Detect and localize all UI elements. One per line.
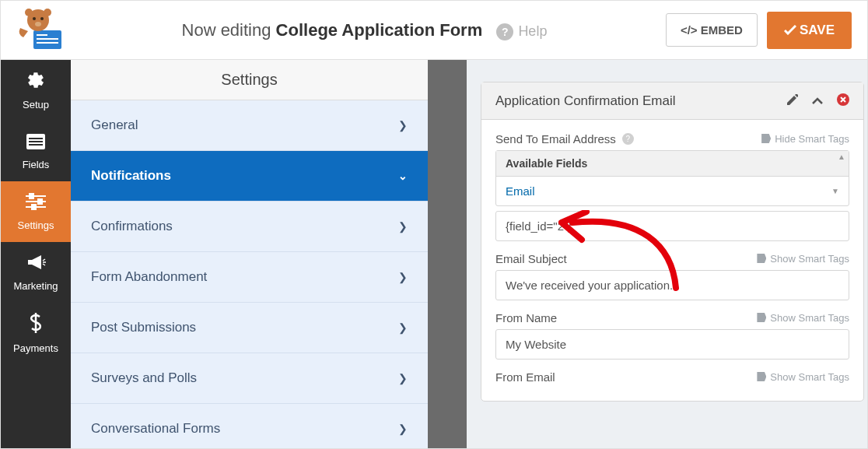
nav-label: Settings	[18, 219, 54, 231]
sendto-input[interactable]	[495, 211, 849, 241]
nav-label: Payments	[13, 342, 58, 354]
nav-fields[interactable]: Fields	[1, 121, 71, 181]
svg-rect-1	[37, 34, 47, 36]
megaphone-icon	[26, 254, 46, 275]
delete-icon[interactable]	[837, 93, 849, 108]
nav-marketing[interactable]: Marketing	[1, 242, 71, 303]
chevron-right-icon: ❯	[398, 271, 408, 283]
fromemail-label: From Email	[495, 370, 555, 384]
subpanel-confirmations[interactable]: Confirmations❯	[71, 202, 428, 252]
help-icon[interactable]: ?	[622, 133, 634, 145]
fromemail-field: From Email Show Smart Tags	[495, 370, 849, 384]
editing-prefix: Now editing	[182, 20, 276, 40]
subpanel-formabandon[interactable]: Form Abandonment❯	[71, 252, 428, 303]
subpanel-postsub[interactable]: Post Submissions❯	[71, 303, 428, 353]
subpanel-list: General❯ Notifications⌄ Confirmations❯ F…	[71, 100, 428, 449]
nav-label: Setup	[23, 99, 49, 110]
svg-rect-3	[37, 42, 58, 44]
available-fields-header: Available Fields ▲	[496, 151, 849, 177]
form-name: College Application Form	[276, 20, 483, 40]
hide-smart-tags[interactable]: Hide Smart Tags	[761, 133, 849, 145]
available-fields-dropdown: Available Fields ▲ Email ▼	[495, 150, 849, 206]
svg-point-9	[44, 9, 51, 16]
svg-point-8	[25, 9, 33, 16]
svg-rect-11	[29, 138, 43, 139]
subject-input[interactable]	[495, 270, 849, 300]
chevron-right-icon: ❯	[398, 119, 408, 132]
svg-rect-12	[29, 141, 43, 142]
check-icon	[784, 25, 796, 35]
editing-title: Now editing College Application Form ?He…	[63, 20, 666, 40]
card-header: Application Confirmation Email	[481, 82, 863, 120]
card-title: Application Confirmation Email	[495, 93, 676, 109]
sliders-icon	[26, 193, 46, 215]
notification-card: Application Confirmation Email Send To E…	[481, 82, 864, 402]
dollar-icon	[29, 313, 43, 338]
fromname-label: From Name	[495, 311, 557, 324]
help-link[interactable]: ?Help	[496, 23, 547, 39]
field-option-email[interactable]: Email	[506, 184, 535, 198]
nav-label: Marketing	[13, 280, 58, 292]
show-smart-tags[interactable]: Show Smart Tags	[757, 253, 849, 265]
nav-settings[interactable]: Settings	[1, 181, 71, 242]
save-button[interactable]: SAVE	[767, 12, 852, 49]
subpanel-title: Settings	[71, 60, 428, 100]
svg-rect-18	[38, 199, 42, 204]
collapse-icon[interactable]	[812, 95, 823, 107]
card-body: Send To Email Address? Hide Smart Tags A…	[481, 120, 863, 401]
top-bar: Now editing College Application Form ?He…	[1, 1, 867, 60]
content-area: Application Confirmation Email Send To E…	[467, 60, 867, 449]
show-smart-tags[interactable]: Show Smart Tags	[757, 371, 849, 383]
subpanel-surveys[interactable]: Surveys and Polls❯	[71, 353, 428, 404]
arrow-down-icon[interactable]: ▼	[831, 187, 839, 195]
chevron-down-icon: ⌄	[398, 170, 408, 182]
show-smart-tags[interactable]: Show Smart Tags	[757, 312, 849, 324]
list-icon	[26, 132, 45, 154]
sendto-field: Send To Email Address? Hide Smart Tags A…	[495, 132, 849, 241]
panel-divider	[428, 60, 467, 449]
fromname-input[interactable]	[495, 329, 849, 360]
settings-subpanel: Settings General❯ Notifications⌄ Confirm…	[71, 60, 428, 449]
subpanel-notifications[interactable]: Notifications⌄	[71, 151, 428, 202]
chevron-right-icon: ❯	[398, 372, 408, 384]
svg-rect-13	[29, 144, 43, 146]
svg-point-6	[40, 17, 44, 20]
svg-point-5	[33, 17, 36, 20]
app-logo	[16, 9, 63, 51]
subject-field: Email Subject Show Smart Tags	[495, 252, 849, 300]
edit-icon[interactable]	[787, 94, 798, 107]
nav-payments[interactable]: Payments	[1, 303, 71, 363]
nav-label: Fields	[23, 159, 50, 170]
svg-rect-17	[30, 194, 33, 198]
help-icon: ?	[496, 23, 513, 40]
fromname-field: From Name Show Smart Tags	[495, 311, 849, 360]
svg-point-7	[35, 22, 41, 26]
nav-setup[interactable]: Setup	[1, 60, 71, 121]
svg-rect-19	[32, 205, 36, 209]
chevron-right-icon: ❯	[398, 423, 408, 435]
sendto-label: Send To Email Address?	[495, 132, 634, 146]
gear-icon	[26, 71, 45, 94]
left-nav: Setup Fields Settings Marketing Payments	[1, 60, 71, 449]
subpanel-convforms[interactable]: Conversational Forms❯	[71, 404, 428, 449]
subpanel-general[interactable]: General❯	[71, 100, 428, 151]
svg-rect-2	[37, 38, 58, 40]
arrow-up-icon[interactable]: ▲	[838, 153, 845, 161]
subject-label: Email Subject	[495, 252, 567, 265]
chevron-right-icon: ❯	[398, 321, 408, 334]
embed-button[interactable]: </> EMBED	[666, 13, 758, 47]
chevron-right-icon: ❯	[398, 220, 408, 233]
